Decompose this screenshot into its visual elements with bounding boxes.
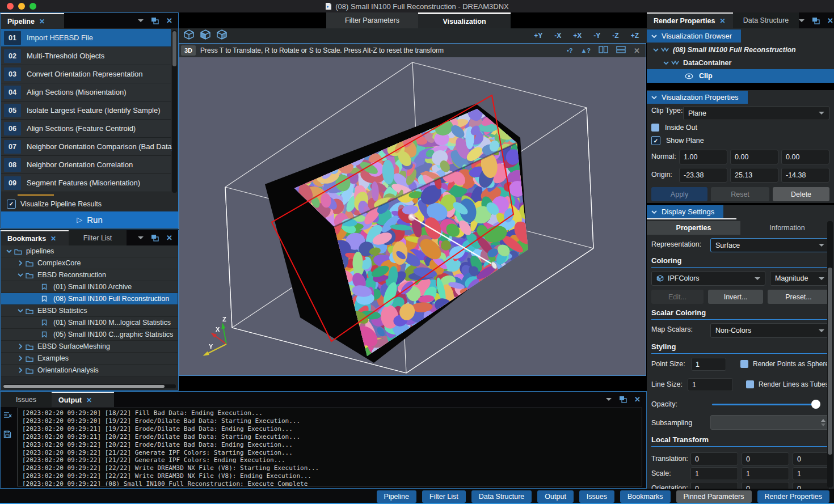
- close-panel-icon[interactable]: ✕: [634, 396, 641, 403]
- spin-up-icon[interactable]: [821, 419, 825, 422]
- chevron-down-icon[interactable]: [606, 398, 612, 401]
- browser-node-datacontainer[interactable]: DataContainer: [647, 56, 834, 69]
- tab-render-properties[interactable]: Render Properties ✕: [647, 12, 733, 28]
- chevron-right-icon[interactable]: [16, 367, 25, 373]
- undock-icon[interactable]: [812, 17, 820, 24]
- chevron-down-icon[interactable]: [16, 308, 25, 314]
- origin-x-field[interactable]: -23.38: [679, 168, 727, 183]
- close-panel-icon[interactable]: ✕: [827, 17, 833, 24]
- tree-item-ebsd-reconstruction[interactable]: EBSD Reconstruction: [1, 269, 178, 281]
- subsampling-spinbox[interactable]: [710, 415, 829, 430]
- visualize-results-checkbox[interactable]: ✓: [7, 200, 16, 209]
- chevron-down-icon[interactable]: [651, 47, 660, 53]
- tab-output[interactable]: Output ✕: [52, 392, 114, 407]
- translation-z-field[interactable]: 0: [793, 452, 829, 465]
- normal-z-field[interactable]: 0.00: [781, 150, 829, 164]
- view-minus-y-button[interactable]: -Y: [590, 32, 604, 40]
- pipeline-step[interactable]: 05 Isolate Largest Feature (Identify Sam…: [1, 101, 171, 120]
- point-help-icon[interactable]: •?: [567, 47, 573, 54]
- coloring-component-dropdown[interactable]: Magnitude: [770, 271, 829, 286]
- output-console[interactable]: [2023:02:20 09:29:20] [18/22] Fill Bad D…: [17, 408, 642, 486]
- clip-type-dropdown[interactable]: Plane: [683, 106, 829, 120]
- undock-icon[interactable]: [619, 396, 627, 403]
- right-panel-scrollbar[interactable]: [827, 221, 833, 488]
- pipeline-step[interactable]: 06 Align Sections (Feature Centroid): [1, 120, 171, 138]
- save-output-icon[interactable]: [3, 430, 12, 441]
- show-plane-checkbox[interactable]: ✓: [651, 136, 660, 145]
- delete-button[interactable]: Delete: [773, 187, 829, 201]
- scale-x-field[interactable]: 1: [690, 467, 738, 480]
- camera-help-icon[interactable]: ▲?: [580, 47, 591, 54]
- display-settings-header[interactable]: Display Settings: [647, 205, 723, 218]
- statusbar-data-structure-button[interactable]: Data Structure: [471, 490, 532, 503]
- tree-item-small-in100-full-reconstruction[interactable]: (08) Small IN100 Full Reconstruction: [1, 293, 178, 305]
- tree-item-complexcore[interactable]: ComplexCore: [1, 257, 178, 269]
- close-panel-icon[interactable]: ✕: [166, 17, 172, 24]
- tab-pipeline[interactable]: Pipeline ✕: [1, 13, 64, 28]
- chevron-down-icon[interactable]: [138, 19, 144, 22]
- chevron-right-icon[interactable]: [16, 344, 25, 349]
- visualization-browser-header[interactable]: Visualization Browser: [647, 29, 741, 43]
- edit-button[interactable]: Edit...: [651, 290, 704, 304]
- cube-wireframe-icon[interactable]: [183, 29, 195, 42]
- render-lines-as-tubes-checkbox[interactable]: [746, 380, 754, 388]
- tree-item-ebsd-statistics[interactable]: EBSD Statistics: [1, 305, 178, 317]
- origin-y-field[interactable]: 25.13: [730, 168, 778, 183]
- run-button[interactable]: ▷ Run: [1, 211, 178, 228]
- chevron-right-icon[interactable]: [16, 260, 25, 266]
- view-plus-y-button[interactable]: +Y: [530, 32, 546, 40]
- view-minus-x-button[interactable]: -X: [551, 32, 565, 40]
- tab-filter-list[interactable]: Filter List: [69, 230, 127, 245]
- translation-y-field[interactable]: 0: [742, 452, 789, 465]
- view-plus-x-button[interactable]: +X: [570, 32, 585, 40]
- reset-button[interactable]: Reset: [711, 187, 769, 201]
- statusbar-pipeline-button[interactable]: Pipeline: [377, 490, 416, 503]
- close-tab-icon[interactable]: ✕: [50, 235, 56, 242]
- undock-icon[interactable]: [151, 234, 159, 242]
- close-tab-icon[interactable]: ✕: [39, 18, 45, 25]
- pipeline-step[interactable]: 02 Multi-Threshold Objects: [1, 47, 171, 65]
- close-view-icon[interactable]: ✕: [634, 46, 640, 55]
- pipeline-step[interactable]: 09 Segment Features (Misorientation): [1, 174, 171, 192]
- view-plus-z-button[interactable]: +Z: [627, 32, 642, 40]
- tree-item-crystallographic-statistics[interactable]: (05) Small IN100 C...graphic Statistics: [1, 329, 178, 341]
- chevron-down-icon[interactable]: [16, 272, 25, 278]
- tab-bookmarks[interactable]: Bookmarks ✕: [1, 230, 69, 245]
- chevron-down-icon[interactable]: [662, 60, 671, 66]
- preset-button[interactable]: Preset...: [768, 290, 829, 304]
- tree-item-pipelines[interactable]: pipelines: [1, 245, 178, 257]
- pipeline-step[interactable]: 08 Neighbor Orientation Correlation: [1, 156, 171, 174]
- cube-corner-icon[interactable]: [216, 29, 228, 42]
- tree-item-small-in100-archive[interactable]: (01) Small IN100 Archive: [1, 281, 178, 293]
- close-tab-icon[interactable]: ✕: [86, 397, 92, 404]
- 3d-viewport-canvas[interactable]: [179, 57, 646, 375]
- scale-z-field[interactable]: 1: [793, 467, 829, 480]
- eye-icon[interactable]: [684, 73, 693, 79]
- inside-out-checkbox[interactable]: [651, 124, 659, 132]
- tree-item-morphological-statistics[interactable]: (01) Small IN100 M...logical Statistics: [1, 317, 178, 329]
- tab-data-structure[interactable]: Data Structure: [733, 12, 799, 28]
- cube-solid-icon[interactable]: [200, 29, 211, 42]
- pipeline-scrollbar[interactable]: [172, 30, 177, 193]
- coloring-array-dropdown[interactable]: IPFColors: [651, 271, 765, 286]
- undock-icon[interactable]: [151, 17, 159, 24]
- tree-item-ebsd-surfacemeshing[interactable]: EBSD SurfaceMeshing: [1, 341, 178, 353]
- representation-dropdown[interactable]: Surface: [710, 238, 829, 252]
- split-horizontal-icon[interactable]: [616, 45, 626, 56]
- close-panel-icon[interactable]: ✕: [166, 234, 172, 242]
- chevron-down-icon[interactable]: [138, 236, 144, 239]
- statusbar-bookmarks-button[interactable]: Bookmarks: [620, 490, 671, 503]
- map-scalars-dropdown[interactable]: Non-Colors: [710, 323, 829, 338]
- opacity-slider-handle[interactable]: [811, 400, 820, 409]
- invert-button[interactable]: Invert...: [708, 290, 763, 304]
- line-size-field[interactable]: 1: [688, 378, 733, 391]
- statusbar-pinned-parameters-button[interactable]: Pinned Parameters: [676, 490, 752, 503]
- split-vertical-icon[interactable]: [599, 45, 608, 56]
- chevron-down-icon[interactable]: [799, 19, 804, 22]
- tree-item-examples[interactable]: Examples: [1, 353, 178, 365]
- chevron-right-icon[interactable]: [16, 355, 25, 361]
- origin-z-field[interactable]: -14.38: [781, 168, 829, 183]
- spin-down-icon[interactable]: [821, 423, 825, 426]
- tab-properties[interactable]: Properties: [647, 221, 740, 235]
- apply-button[interactable]: Apply: [651, 187, 707, 201]
